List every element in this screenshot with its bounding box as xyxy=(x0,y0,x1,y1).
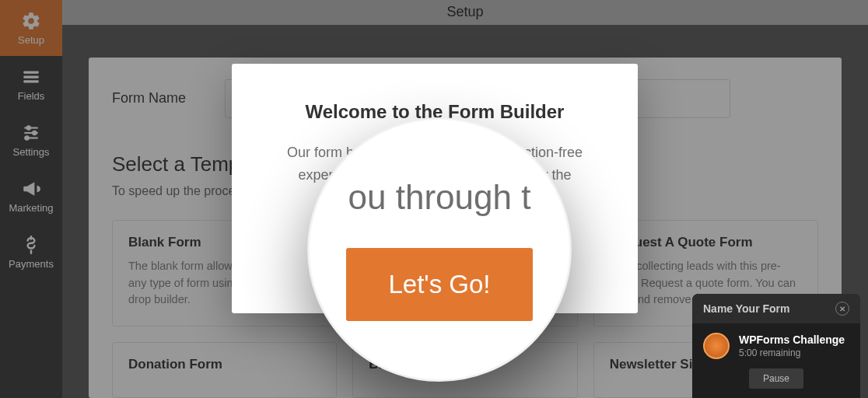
challenge-widget: Name Your Form ✕ WPForms Challenge 5:00 … xyxy=(692,294,860,398)
challenge-avatar xyxy=(703,333,730,359)
challenge-subtitle: 5:00 remaining xyxy=(739,347,845,358)
pause-button[interactable]: Pause xyxy=(749,368,803,389)
challenge-title: WPForms Challenge xyxy=(739,333,845,346)
magnifier-lens: ou through t Let's Go! xyxy=(307,117,572,382)
magnifier-text: ou through t xyxy=(348,178,531,217)
magnifier-lets-go-button[interactable]: Let's Go! xyxy=(346,248,532,321)
close-icon[interactable]: ✕ xyxy=(835,302,849,316)
challenge-header: Name Your Form ✕ xyxy=(692,294,860,323)
challenge-head-label: Name Your Form xyxy=(703,302,790,315)
app: Setup Fields Settings Marketing Payments xyxy=(0,0,868,398)
